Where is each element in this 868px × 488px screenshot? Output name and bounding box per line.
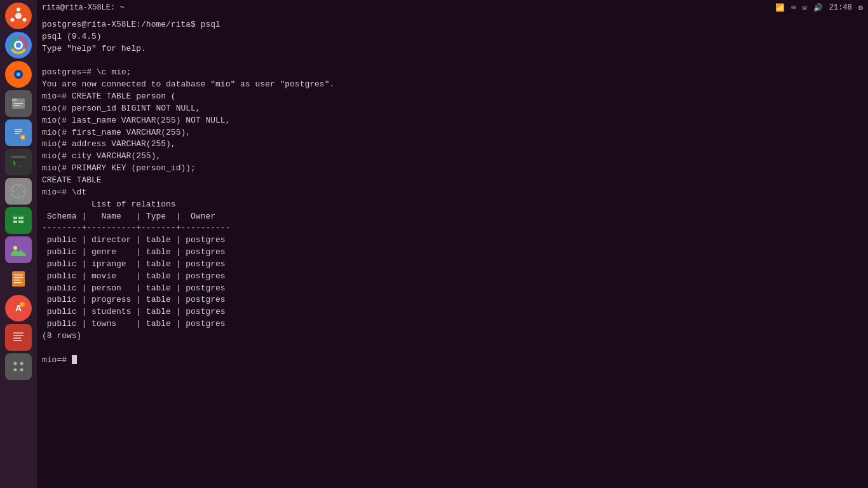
svg-rect-37 xyxy=(14,274,23,276)
topbar-right: 📶 ⌨ ✉ 🔊 21:48 ⚙ xyxy=(775,3,863,13)
terminal-line: postgres=# \c mio; xyxy=(42,67,131,77)
terminal-line: mio=# \dt xyxy=(42,187,86,197)
terminal-line: Type "help" for help. xyxy=(42,44,146,53)
power-icon: ⚙ xyxy=(858,3,863,13)
clock: 21:48 xyxy=(829,3,852,12)
terminal-line: public | person | table | postgres xyxy=(42,283,226,293)
sidebar-icon-ebook[interactable] xyxy=(5,324,32,351)
svg-point-54 xyxy=(20,369,24,372)
svg-rect-23 xyxy=(11,156,26,158)
sidebar-icon-spreadsheet[interactable] xyxy=(5,207,32,234)
svg-point-27 xyxy=(16,189,21,194)
terminal[interactable]: postgres@rita-X58LE:/home/rita$ psql psq… xyxy=(37,15,868,488)
svg-rect-49 xyxy=(13,340,22,341)
terminal-line: mio(# address VARCHAR(255), xyxy=(42,139,176,149)
svg-rect-38 xyxy=(14,277,23,278)
svg-rect-40 xyxy=(14,282,22,283)
terminal-line: CREATE TABLE xyxy=(42,175,102,185)
svg-rect-29 xyxy=(13,217,17,219)
svg-rect-18 xyxy=(15,133,20,134)
svg-rect-48 xyxy=(13,337,21,339)
svg-rect-50 xyxy=(11,359,26,374)
terminal-line: public | genre | table | postgres xyxy=(42,247,226,257)
svg-rect-32 xyxy=(18,220,24,223)
volume-icon: 🔊 xyxy=(813,3,823,13)
terminal-line: public | progress | table | postgres xyxy=(42,295,226,304)
svg-rect-47 xyxy=(13,335,24,336)
sidebar-icon-firefox[interactable] xyxy=(5,61,32,88)
terminal-line: public | towns | table | postgres xyxy=(42,319,226,329)
svg-rect-31 xyxy=(13,220,17,223)
svg-point-1 xyxy=(15,13,22,19)
terminal-line: psql (9.4.5) xyxy=(42,32,102,41)
svg-point-53 xyxy=(14,369,17,372)
svg-rect-16 xyxy=(15,129,22,130)
svg-point-3 xyxy=(11,18,15,22)
svg-point-52 xyxy=(20,362,24,365)
svg-point-4 xyxy=(23,18,27,22)
terminal-line: You are now connected to database "mio" … xyxy=(42,79,334,89)
svg-rect-46 xyxy=(13,332,24,334)
sidebar-icon-ubuntu[interactable] xyxy=(5,3,32,29)
sidebar-icon-files[interactable] xyxy=(5,90,32,117)
sidebar: $ _ xyxy=(0,0,37,488)
terminal-line: mio(# PRIMARY KEY (person_id)); xyxy=(42,163,196,173)
terminal-line: mio(# city VARCHAR(255), xyxy=(42,151,161,161)
terminal-line: Schema | Name | Type | Owner xyxy=(42,212,215,221)
svg-point-7 xyxy=(16,43,21,48)
sidebar-icon-image-viewer[interactable] xyxy=(5,236,32,263)
terminal-line: --------+----------+-------+---------- xyxy=(42,223,230,233)
mail-icon: ✉ xyxy=(803,3,807,13)
terminal-line: public | director | table | postgres xyxy=(42,235,226,245)
wifi-icon: 📶 xyxy=(775,3,785,13)
svg-rect-14 xyxy=(14,105,20,106)
sidebar-icon-more[interactable] xyxy=(5,353,32,380)
sidebar-icon-chromium[interactable] xyxy=(5,32,32,58)
terminal-line: public | students | table | postgres xyxy=(42,307,226,316)
sidebar-icon-terminal[interactable]: $ _ xyxy=(5,149,32,175)
terminal-line: mio=# CREATE TABLE person ( xyxy=(42,92,176,101)
svg-rect-39 xyxy=(14,280,20,281)
svg-rect-30 xyxy=(18,217,24,219)
svg-point-10 xyxy=(17,72,20,76)
svg-rect-36 xyxy=(12,271,25,287)
terminal-line: public | movie | table | postgres xyxy=(42,271,226,281)
terminal-prompt: mio=# xyxy=(42,355,72,365)
topbar: rita@rita-X58LE: ~ 📶 ⌨ ✉ 🔊 21:48 ⚙ xyxy=(37,0,868,15)
terminal-line: List of relations xyxy=(42,200,176,209)
main-area: rita@rita-X58LE: ~ 📶 ⌨ ✉ 🔊 21:48 ⚙ postg… xyxy=(37,0,868,488)
svg-rect-33 xyxy=(11,215,25,217)
terminal-line: postgres@rita-X58LE:/home/rita$ psql xyxy=(42,20,220,29)
terminal-line: mio(# person_id BIGINT NOT NULL, xyxy=(42,104,201,113)
sidebar-icon-update[interactable]: A ! xyxy=(5,295,32,322)
cursor-block xyxy=(72,355,77,364)
svg-rect-12 xyxy=(12,98,17,101)
terminal-line: mio(# first_name VARCHAR(255), xyxy=(42,128,191,137)
terminal-line: mio(# last_name VARCHAR(255) NOT NULL, xyxy=(42,116,230,125)
svg-rect-17 xyxy=(15,131,22,132)
svg-point-51 xyxy=(14,362,17,365)
svg-text:!: ! xyxy=(21,302,22,307)
terminal-line: (8 rows) xyxy=(42,331,81,341)
terminal-line: public | iprange | table | postgres xyxy=(42,259,226,269)
sidebar-icon-settings[interactable] xyxy=(5,178,32,205)
svg-point-2 xyxy=(17,8,20,11)
sidebar-icon-text-editor2[interactable] xyxy=(5,266,32,292)
keyboard-icon: ⌨ xyxy=(791,3,796,13)
svg-text:$ _: $ _ xyxy=(13,161,22,166)
svg-rect-13 xyxy=(14,103,23,104)
svg-rect-21 xyxy=(22,137,24,139)
sidebar-icon-gedit[interactable] xyxy=(5,119,32,146)
topbar-title: rita@rita-X58LE: ~ xyxy=(42,3,125,12)
